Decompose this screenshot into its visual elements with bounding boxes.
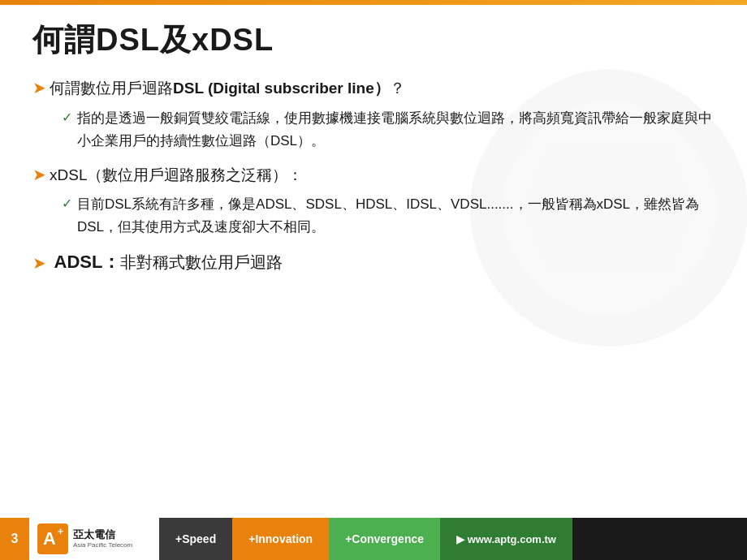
slide-title: 何謂DSL及xDSL — [32, 19, 715, 61]
section-dsl: ➤ 何謂數位用戶迴路DSL (Digital subscriber line）？… — [32, 77, 715, 153]
arrow-icon-adsl: ➤ — [32, 253, 46, 273]
xdsl-bullet-1-text: 目前DSL系統有許多種，像是ADSL、SDSL、HDSL、IDSL、VDSL..… — [77, 193, 715, 239]
nav-speed-label: +Speed — [175, 532, 216, 545]
nav-website-label: ▶ www.aptg.com.tw — [456, 533, 556, 545]
logo-cn: 亞太電信 — [73, 528, 132, 541]
section-dsl-header-text: 何謂數位用戶迴路DSL (Digital subscriber line）？ — [50, 77, 405, 101]
dsl-bullet-1: ✓ 指的是透過一般銅質雙絞電話線，使用數據機連接電腦系統與數位迴路，將高頻寬資訊… — [62, 107, 715, 153]
bottom-bar: 3 A + 亞太電信 Asia Pacific Telecom +Speed +… — [0, 518, 747, 560]
arrow-icon-xdsl: ➤ — [32, 165, 46, 184]
xdsl-bullet-list: ✓ 目前DSL系統有許多種，像是ADSL、SDSL、HDSL、IDSL、VDSL… — [32, 193, 715, 239]
nav-item-innovation[interactable]: +Innovation — [232, 518, 329, 560]
logo-area: A + 亞太電信 Asia Pacific Telecom — [29, 518, 159, 560]
dsl-bullet-1-text: 指的是透過一般銅質雙絞電話線，使用數據機連接電腦系統與數位迴路，將高頻寬資訊帶給… — [77, 107, 715, 153]
svg-text:+: + — [58, 526, 63, 537]
section-xdsl-header: ➤ xDSL（數位用戶迴路服務之泛稱）： — [32, 164, 715, 187]
checkmark-icon-2: ✓ — [62, 196, 72, 211]
section-adsl: ➤ ADSL：非對稱式數位用戶迴路 — [32, 250, 715, 274]
svg-text:A: A — [43, 528, 56, 549]
nav-item-website[interactable]: ▶ www.aptg.com.tw — [440, 518, 572, 560]
xdsl-bullet-1: ✓ 目前DSL系統有許多種，像是ADSL、SDSL、HDSL、IDSL、VDSL… — [62, 193, 715, 239]
nav-item-speed[interactable]: +Speed — [159, 518, 232, 560]
page-number: 3 — [0, 518, 29, 560]
arrow-icon-dsl: ➤ — [32, 78, 46, 97]
adsl-text: ADSL：非對稱式數位用戶迴路 — [50, 250, 283, 274]
title-text: 何謂DSL及xDSL — [32, 23, 274, 57]
nav-item-convergence[interactable]: +Convergence — [329, 518, 440, 560]
logo-icon: A + — [37, 523, 68, 554]
logo-en: Asia Pacific Telecom — [73, 541, 132, 549]
main-content: 何謂DSL及xDSL ➤ 何謂數位用戶迴路DSL (Digital subscr… — [0, 5, 747, 518]
dsl-bullet-list: ✓ 指的是透過一般銅質雙絞電話線，使用數據機連接電腦系統與數位迴路，將高頻寬資訊… — [32, 107, 715, 153]
nav-items: +Speed +Innovation +Convergence ▶ www.ap… — [159, 518, 747, 560]
checkmark-icon-1: ✓ — [62, 110, 72, 125]
section-xdsl-header-text: xDSL（數位用戶迴路服務之泛稱）： — [50, 164, 303, 187]
section-dsl-header: ➤ 何謂數位用戶迴路DSL (Digital subscriber line）？ — [32, 77, 715, 101]
slide-container: 何謂DSL及xDSL ➤ 何謂數位用戶迴路DSL (Digital subscr… — [0, 0, 747, 560]
section-xdsl: ➤ xDSL（數位用戶迴路服務之泛稱）： ✓ 目前DSL系統有許多種，像是ADS… — [32, 164, 715, 239]
logo-text-block: 亞太電信 Asia Pacific Telecom — [73, 528, 132, 549]
nav-innovation-label: +Innovation — [248, 532, 313, 545]
nav-convergence-label: +Convergence — [345, 532, 424, 545]
